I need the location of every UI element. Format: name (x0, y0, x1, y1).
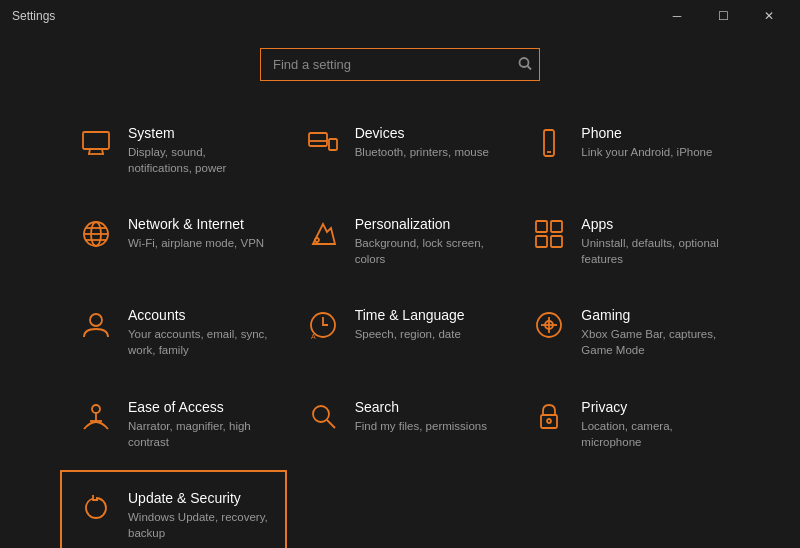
ease-icon (78, 401, 114, 433)
item-desc: Windows Update, recovery, backup (128, 509, 269, 541)
item-desc: Speech, region, date (355, 326, 465, 342)
close-button[interactable]: ✕ (746, 0, 792, 32)
search-button[interactable] (518, 56, 532, 73)
devices-icon (305, 127, 341, 159)
item-desc: Link your Android, iPhone (581, 144, 712, 160)
item-name: Time & Language (355, 307, 465, 323)
svg-line-1 (528, 66, 532, 70)
svg-point-22 (90, 314, 102, 326)
settings-item-devices[interactable]: DevicesBluetooth, printers, mouse (287, 105, 514, 196)
svg-rect-34 (541, 415, 557, 428)
settings-item-time[interactable]: ATime & LanguageSpeech, region, date (287, 287, 514, 378)
item-desc: Wi-Fi, airplane mode, VPN (128, 235, 264, 251)
settings-item-apps[interactable]: AppsUninstall, defaults, optional featur… (513, 196, 740, 287)
svg-rect-20 (536, 236, 547, 247)
network-icon (78, 218, 114, 250)
item-name: Gaming (581, 307, 722, 323)
settings-item-gaming[interactable]: GamingXbox Game Bar, captures, Game Mode (513, 287, 740, 378)
item-desc: Bluetooth, printers, mouse (355, 144, 489, 160)
search-input[interactable] (260, 48, 540, 81)
svg-rect-6 (309, 133, 327, 146)
item-desc: Narrator, magnifier, high contrast (128, 418, 269, 450)
item-desc: Display, sound, notifications, power (128, 144, 269, 176)
phone-icon (531, 127, 567, 159)
minimize-button[interactable]: ─ (654, 0, 700, 32)
gaming-icon (531, 309, 567, 341)
svg-rect-21 (551, 236, 562, 247)
svg-rect-18 (536, 221, 547, 232)
svg-line-33 (327, 420, 335, 428)
svg-rect-7 (329, 139, 337, 150)
item-name: Accounts (128, 307, 269, 323)
svg-rect-2 (83, 132, 109, 149)
item-name: System (128, 125, 269, 141)
svg-rect-19 (551, 221, 562, 232)
item-desc: Find my files, permissions (355, 418, 487, 434)
search-container (0, 32, 800, 105)
maximize-button[interactable]: ☐ (700, 0, 746, 32)
privacy-icon (531, 401, 567, 433)
item-name: Update & Security (128, 490, 269, 506)
window-controls: ─ ☐ ✕ (654, 0, 792, 32)
item-desc: Your accounts, email, sync, work, family (128, 326, 269, 358)
accounts-icon (78, 309, 114, 341)
item-name: Personalization (355, 216, 496, 232)
item-desc: Xbox Game Bar, captures, Game Mode (581, 326, 722, 358)
apps-icon (531, 218, 567, 250)
item-name: Privacy (581, 399, 722, 415)
settings-item-accounts[interactable]: AccountsYour accounts, email, sync, work… (60, 287, 287, 378)
item-name: Devices (355, 125, 489, 141)
system-icon (78, 127, 114, 159)
settings-item-network[interactable]: Network & InternetWi-Fi, airplane mode, … (60, 196, 287, 287)
settings-item-ease[interactable]: Ease of AccessNarrator, magnifier, high … (60, 379, 287, 470)
settings-item-update[interactable]: Update & SecurityWindows Update, recover… (60, 470, 287, 548)
svg-point-0 (520, 58, 529, 67)
item-desc: Location, camera, microphone (581, 418, 722, 450)
time-icon: A (305, 309, 341, 341)
update-icon (78, 492, 114, 524)
svg-point-32 (313, 406, 329, 422)
settings-item-personalization[interactable]: PersonalizationBackground, lock screen, … (287, 196, 514, 287)
settings-item-phone[interactable]: PhoneLink your Android, iPhone (513, 105, 740, 196)
app-title: Settings (12, 9, 55, 23)
settings-item-privacy[interactable]: PrivacyLocation, camera, microphone (513, 379, 740, 470)
settings-grid: SystemDisplay, sound, notifications, pow… (0, 105, 800, 548)
svg-point-17 (315, 238, 319, 242)
item-name: Ease of Access (128, 399, 269, 415)
item-name: Search (355, 399, 487, 415)
item-desc: Background, lock screen, colors (355, 235, 496, 267)
item-name: Apps (581, 216, 722, 232)
item-name: Network & Internet (128, 216, 264, 232)
titlebar: Settings ─ ☐ ✕ (0, 0, 800, 32)
search-icon (305, 401, 341, 433)
settings-item-search[interactable]: SearchFind my files, permissions (287, 379, 514, 470)
personalization-icon (305, 218, 341, 250)
settings-item-system[interactable]: SystemDisplay, sound, notifications, pow… (60, 105, 287, 196)
svg-point-35 (547, 419, 551, 423)
item-desc: Uninstall, defaults, optional features (581, 235, 722, 267)
svg-text:A: A (311, 333, 316, 340)
svg-point-29 (92, 405, 100, 413)
item-name: Phone (581, 125, 712, 141)
search-box (260, 48, 540, 81)
